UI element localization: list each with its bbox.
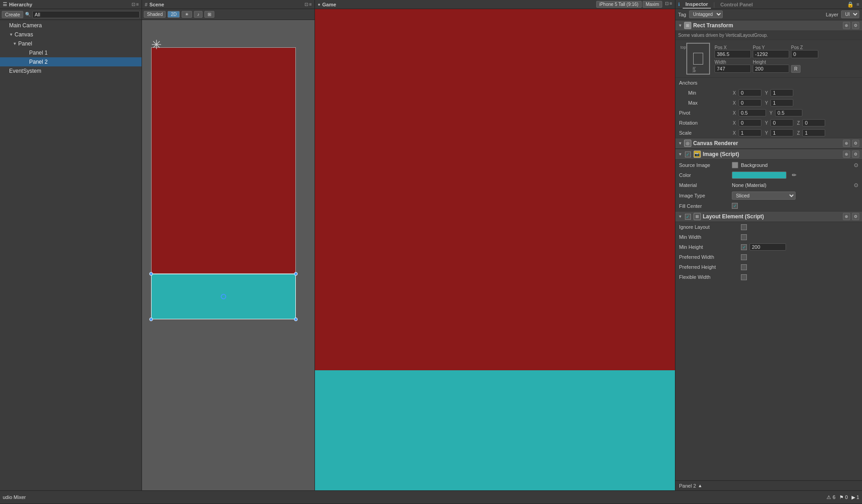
canvas-renderer-arrow[interactable]: ▼ [678, 141, 682, 146]
image-settings-icon[interactable]: ⚙ [852, 151, 859, 158]
r-button[interactable]: R [791, 65, 801, 73]
game-size-dropdown[interactable]: Maxim [643, 1, 662, 8]
hierarchy-item-panel2[interactable]: Panel 2 [0, 57, 142, 66]
scale-z[interactable] [802, 129, 825, 136]
posy-group: Pos Y [753, 45, 789, 58]
min-height-label: Min Height [679, 244, 738, 250]
hierarchy-item-canvas[interactable]: ▼ Canvas [0, 30, 142, 39]
scene-center-handle[interactable] [221, 294, 226, 299]
tag-select[interactable]: Untagged [689, 10, 723, 18]
min-height-input[interactable] [750, 243, 786, 251]
material-pick-icon[interactable]: ⊙ [854, 182, 858, 188]
canvas-renderer-header: ▼ ◎ Canvas Renderer ⊕ ⚙ [675, 138, 862, 149]
game-pin-icon[interactable]: ⊡ [665, 1, 669, 8]
create-button[interactable]: Create [2, 11, 23, 18]
rotation-z[interactable] [802, 119, 825, 126]
scene-handle-bl[interactable] [149, 318, 153, 321]
hierarchy-icon: ☰ [3, 1, 7, 7]
scale-x[interactable] [739, 129, 761, 136]
color-swatch[interactable] [732, 171, 786, 179]
control-panel-tab[interactable]: Control Panel [718, 1, 756, 8]
canvas-renderer-settings-icon[interactable]: ⚙ [852, 140, 859, 147]
rotation-y[interactable] [771, 119, 793, 126]
rect-arrow[interactable]: ▼ [678, 23, 682, 28]
anchors-min-y[interactable] [771, 89, 793, 96]
game-resolution-dropdown[interactable]: iPhone 5 Tall (9:16) [596, 1, 642, 8]
inspector-menu-icon[interactable]: ≡ [857, 2, 859, 7]
pivot-y[interactable] [775, 109, 802, 116]
anchors-max-x[interactable] [739, 99, 761, 106]
image-script-arrow[interactable]: ▼ [678, 152, 682, 156]
preferred-width-checkbox[interactable] [741, 254, 747, 260]
posz-input[interactable] [791, 50, 818, 58]
hierarchy-tree: Main Camera ▼ Canvas ▼ Panel Panel 1 Pan… [0, 20, 142, 490]
fx-button[interactable]: ⊞ [204, 11, 214, 18]
canvas-renderer-copy-icon[interactable]: ⊕ [843, 140, 850, 147]
eyedropper-icon[interactable]: ✏ [792, 172, 796, 178]
height-input[interactable] [753, 65, 789, 73]
hierarchy-item-main-camera[interactable]: Main Camera [0, 21, 142, 30]
layer-select[interactable]: UI [841, 10, 859, 18]
hierarchy-item-panel1[interactable]: Panel 1 [0, 48, 142, 57]
hierarchy-search-input[interactable] [32, 11, 140, 18]
scene-menu-icon[interactable]: ≡ [309, 2, 312, 7]
posx-input[interactable] [715, 50, 751, 58]
min-width-checkbox[interactable] [741, 234, 747, 240]
hierarchy-item-eventsystem[interactable]: EventSystem [0, 66, 142, 76]
min-height-checkbox[interactable] [741, 244, 747, 250]
ignore-layout-checkbox[interactable] [741, 224, 747, 230]
scene-handle-tl[interactable] [149, 272, 153, 276]
lock-icon[interactable]: 🔒 [847, 1, 854, 8]
scene-handle-tr[interactable] [294, 272, 298, 276]
shading-dropdown[interactable]: Shaded [144, 11, 166, 18]
rotation-label: Rotation [679, 120, 729, 126]
layout-element-arrow[interactable]: ▼ [678, 214, 682, 219]
hierarchy-pin-icon[interactable]: ⊡ [132, 2, 135, 7]
game-view [315, 9, 675, 490]
scene-pin-icon[interactable]: ⊡ [304, 2, 308, 7]
hierarchy-item-panel[interactable]: ▼ Panel [0, 39, 142, 48]
layout-element-title: Layout Element (Script) [703, 213, 841, 220]
source-image-value: Background [741, 162, 851, 168]
fill-center-checkbox[interactable] [732, 203, 738, 209]
scene-canvas [151, 47, 297, 357]
status-icons: ⚠ 6 ⚑ 0 ▶ 1 [827, 494, 859, 500]
source-image-pick-icon[interactable]: ⊙ [854, 162, 858, 168]
rotation-x[interactable] [739, 119, 761, 126]
posy-input[interactable] [753, 50, 789, 58]
2d-button[interactable]: 2D [167, 11, 180, 18]
anchors-max-y[interactable] [771, 99, 793, 106]
rect-copy-icon[interactable]: ⊕ [843, 22, 850, 29]
panel-2-footer: Panel 2 ▲ [675, 480, 862, 490]
scene-handle-br[interactable] [294, 318, 298, 321]
image-script-title: Image (Script) [703, 151, 841, 157]
game-menu-icon[interactable]: ≡ [669, 1, 672, 8]
audio-button[interactable]: ♪ [194, 11, 203, 18]
width-input[interactable] [715, 65, 751, 73]
scale-label: Scale [679, 130, 729, 136]
image-copy-icon[interactable]: ⊕ [843, 151, 850, 158]
width-label: Width [715, 60, 751, 65]
layout-settings-icon[interactable]: ⚙ [852, 213, 859, 220]
tag-layer-row: Tag Untagged Layer UI [675, 9, 862, 20]
pivot-x[interactable] [739, 109, 766, 116]
info-count[interactable]: ▶ 1 [852, 494, 859, 500]
pivot-y-label: Y [770, 111, 773, 116]
fill-center-row: Fill Center [675, 202, 862, 210]
hierarchy-menu-icon[interactable]: ≡ [136, 2, 139, 7]
layout-copy-icon[interactable]: ⊕ [843, 213, 850, 220]
lighting-button[interactable]: ☀ [182, 11, 192, 18]
image-type-select[interactable]: Sliced [732, 192, 796, 200]
anchors-min-x[interactable] [739, 89, 761, 96]
warning-count[interactable]: ⚠ 6 [827, 494, 835, 500]
image-enabled-checkbox[interactable] [685, 151, 691, 157]
panel-2-arrow[interactable]: ▲ [698, 483, 702, 488]
anchors-row: Anchors [675, 78, 862, 88]
flexible-width-checkbox[interactable] [741, 274, 747, 280]
rect-settings-icon[interactable]: ⚙ [852, 22, 859, 29]
layout-enabled-checkbox[interactable] [685, 214, 691, 220]
error-count[interactable]: ⚑ 0 [839, 494, 848, 500]
preferred-height-checkbox[interactable] [741, 264, 747, 270]
scale-y[interactable] [771, 129, 793, 136]
inspector-tab[interactable]: Inspector [683, 0, 711, 9]
